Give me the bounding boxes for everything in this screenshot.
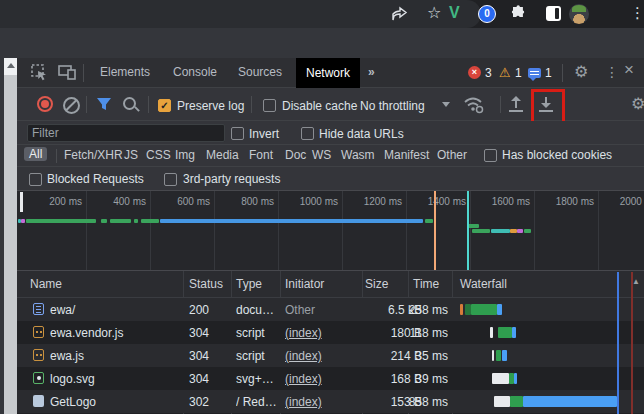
chip-css[interactable]: CSS bbox=[146, 148, 171, 162]
disable-cache-checkbox[interactable] bbox=[263, 99, 276, 112]
timeline-overview[interactable]: 200 ms400 ms600 ms800 ms1000 ms1200 ms14… bbox=[17, 191, 644, 271]
waterfall-segment bbox=[512, 327, 516, 338]
col-name[interactable]: Name bbox=[30, 277, 62, 291]
vue-extension-icon[interactable]: V bbox=[449, 5, 460, 20]
col-initiator[interactable]: Initiator bbox=[285, 277, 324, 291]
network-settings-icon[interactable]: ⚙ bbox=[631, 96, 644, 112]
image-icon bbox=[33, 372, 44, 384]
chip-js[interactable]: JS bbox=[124, 148, 138, 162]
tab-sources[interactable]: Sources bbox=[238, 65, 282, 79]
toolbar-divider-4 bbox=[500, 96, 501, 113]
tab-elements[interactable]: Elements bbox=[100, 65, 150, 79]
bookmark-star-icon[interactable]: ☆ bbox=[427, 5, 441, 20]
request-status: 200 bbox=[189, 303, 237, 317]
request-name: GetLogo bbox=[50, 395, 195, 409]
col-waterfall[interactable]: Waterfall bbox=[460, 277, 507, 291]
error-badge-icon[interactable]: × bbox=[468, 66, 481, 79]
address-bar-end[interactable] bbox=[0, 0, 481, 28]
warning-count[interactable]: 1 bbox=[515, 66, 522, 80]
request-initiator-link[interactable]: (index) bbox=[285, 349, 365, 363]
browser-menu-icon[interactable]: ⋮ bbox=[630, 5, 644, 20]
import-har-icon[interactable] bbox=[508, 96, 524, 112]
search-icon[interactable] bbox=[123, 97, 136, 110]
network-conditions-icon[interactable] bbox=[463, 96, 487, 114]
waterfall-bar bbox=[452, 321, 644, 344]
invert-checkbox[interactable] bbox=[231, 127, 244, 140]
overview-request-bar bbox=[472, 229, 490, 233]
invert-label[interactable]: Invert bbox=[249, 127, 279, 141]
devtools-settings-icon[interactable]: ⚙ bbox=[574, 64, 588, 80]
col-time[interactable]: Time bbox=[413, 277, 439, 291]
waterfall-segment bbox=[498, 327, 512, 338]
request-row-ewa[interactable]: ewa/ 200 docu… Other 6.5 kB 258 ms bbox=[17, 298, 644, 321]
waterfall-segment bbox=[492, 373, 509, 384]
tab-network[interactable]: Network bbox=[296, 58, 360, 88]
filter-icon[interactable] bbox=[96, 97, 112, 111]
timeline-tick-label: 800 ms bbox=[214, 196, 274, 207]
record-button[interactable] bbox=[37, 96, 53, 112]
clear-button[interactable] bbox=[63, 97, 80, 114]
sort-ascending-icon[interactable]: ▲ bbox=[632, 277, 640, 286]
side-panel-icon[interactable] bbox=[546, 6, 561, 21]
throttling-select[interactable]: No throttling bbox=[360, 99, 425, 113]
preserve-log-label[interactable]: Preserve log bbox=[177, 99, 244, 113]
request-time: 258 ms bbox=[404, 303, 448, 317]
tab-console[interactable]: Console bbox=[173, 65, 217, 79]
col-size[interactable]: Size bbox=[365, 277, 388, 291]
overview-request-bar bbox=[160, 219, 423, 223]
chip-wasm[interactable]: Wasm bbox=[341, 148, 375, 162]
hide-data-urls-checkbox[interactable] bbox=[301, 127, 314, 140]
timeline-tick-label: 600 ms bbox=[150, 196, 210, 207]
has-blocked-cookies-label[interactable]: Has blocked cookies bbox=[502, 148, 612, 162]
device-toolbar-icon[interactable] bbox=[58, 65, 76, 80]
chip-img[interactable]: Img bbox=[175, 148, 195, 162]
error-count[interactable]: 3 bbox=[485, 66, 492, 80]
request-initiator-link[interactable]: (index) bbox=[285, 372, 365, 386]
document-icon bbox=[33, 303, 44, 315]
request-row-ewa-js[interactable]: ewa.js 304 script (index) 214 B 35 ms bbox=[17, 344, 644, 367]
issues-count[interactable]: 1 bbox=[545, 66, 552, 80]
profile-avatar[interactable] bbox=[569, 4, 589, 24]
inspect-element-icon[interactable] bbox=[31, 64, 48, 81]
devtools-close-icon[interactable]: × bbox=[624, 62, 634, 78]
chip-media[interactable]: Media bbox=[206, 148, 239, 162]
preserve-log-checkbox[interactable]: ✓ bbox=[158, 99, 171, 112]
warning-badge-icon[interactable]: ⚠ bbox=[499, 66, 511, 79]
third-party-label[interactable]: 3rd-party requests bbox=[183, 172, 280, 186]
third-party-checkbox[interactable] bbox=[164, 173, 177, 186]
more-tabs-icon[interactable]: » bbox=[368, 65, 375, 79]
request-initiator-link[interactable]: (index) bbox=[285, 395, 365, 409]
has-blocked-cookies-checkbox[interactable] bbox=[484, 149, 497, 162]
request-row-ewa-vendor-js[interactable]: ewa.vendor.js 304 script (index) 180 B 1… bbox=[17, 321, 644, 344]
chip-all[interactable]: All bbox=[24, 147, 47, 161]
request-time: 39 ms bbox=[404, 372, 448, 386]
disable-cache-label[interactable]: Disable cache bbox=[282, 99, 357, 113]
blocked-requests-label[interactable]: Blocked Requests bbox=[47, 172, 144, 186]
share-icon[interactable] bbox=[391, 6, 408, 22]
page-background-strip bbox=[0, 28, 644, 58]
col-status[interactable]: Status bbox=[189, 277, 223, 291]
request-initiator-link[interactable]: (index) bbox=[285, 326, 365, 340]
request-row-getlogo[interactable]: GetLogo 302 / Red… (index) 153 B 858 ms bbox=[17, 390, 644, 413]
chip-doc[interactable]: Doc bbox=[285, 148, 306, 162]
overview-request-bar bbox=[524, 229, 531, 233]
filter-input[interactable] bbox=[27, 124, 225, 142]
waterfall-segment bbox=[510, 396, 523, 407]
waterfall-segment bbox=[471, 304, 497, 315]
chip-ws[interactable]: WS bbox=[312, 148, 331, 162]
script-icon bbox=[33, 349, 44, 361]
chip-font[interactable]: Font bbox=[249, 148, 273, 162]
chip-other[interactable]: Other bbox=[437, 148, 467, 162]
chip-manifest[interactable]: Manifest bbox=[384, 148, 429, 162]
col-type[interactable]: Type bbox=[236, 277, 262, 291]
extensions-puzzle-icon[interactable] bbox=[510, 5, 527, 22]
request-row-logo-svg[interactable]: logo.svg 304 svg+… (index) 168 B 39 ms bbox=[17, 367, 644, 390]
issues-badge-icon[interactable] bbox=[528, 68, 541, 78]
blocked-requests-checkbox[interactable] bbox=[29, 173, 42, 186]
hide-data-urls-label[interactable]: Hide data URLs bbox=[319, 127, 404, 141]
timeline-tick-label: 1200 ms bbox=[342, 196, 402, 207]
chip-fetch-xhr[interactable]: Fetch/XHR bbox=[64, 148, 123, 162]
page-scrollbar[interactable] bbox=[4, 58, 17, 414]
onepassword-extension-icon[interactable]: 0 bbox=[478, 5, 496, 23]
devtools-menu-icon[interactable]: ⋮ bbox=[605, 64, 619, 80]
